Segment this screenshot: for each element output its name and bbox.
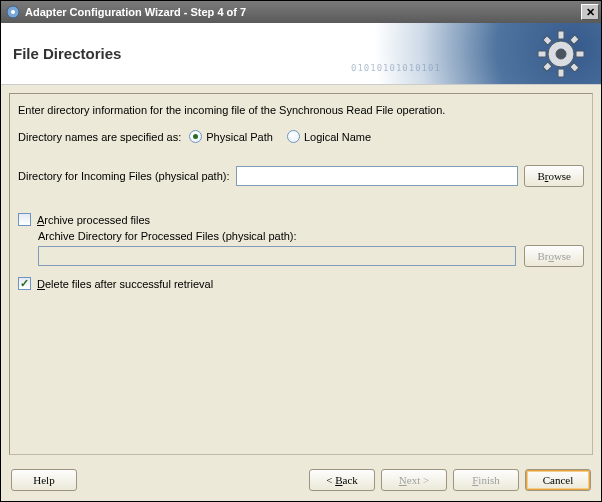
radio-physical-path[interactable] — [189, 130, 202, 143]
svg-point-1 — [11, 10, 15, 14]
svg-rect-4 — [558, 31, 564, 39]
cancel-button[interactable]: Cancel — [525, 469, 591, 491]
browse-archive-button: Browse — [524, 245, 584, 267]
help-button[interactable]: Help — [11, 469, 77, 491]
wizard-window: Adapter Configuration Wizard - Step 4 of… — [0, 0, 602, 502]
header-decoration: 01010101010101 — [321, 23, 601, 85]
svg-rect-9 — [570, 63, 579, 72]
wizard-header: 01010101010101 — [1, 23, 601, 85]
next-label: Next > — [399, 474, 429, 486]
back-label: < Back — [326, 474, 358, 486]
incoming-dir-input[interactable] — [236, 166, 519, 186]
archive-checkbox[interactable] — [18, 213, 31, 226]
close-button[interactable]: ✕ — [581, 4, 599, 20]
svg-rect-10 — [570, 35, 579, 44]
svg-rect-6 — [538, 51, 546, 57]
archive-dir-input — [38, 246, 516, 266]
finish-label: Finish — [472, 474, 500, 486]
archive-browse-label: Browse — [537, 250, 571, 262]
delete-label: Delete files after successful retrieval — [37, 278, 213, 290]
incoming-dir-label: Directory for Incoming Files (physical p… — [18, 170, 230, 182]
radio-logical-label: Logical Name — [304, 131, 371, 143]
dirnames-row: Directory names are specified as: Physic… — [18, 130, 584, 143]
instruction-text: Enter directory information for the inco… — [18, 104, 584, 116]
window-title: Adapter Configuration Wizard - Step 4 of… — [25, 6, 581, 18]
app-icon — [5, 4, 21, 20]
archive-dir-label: Archive Directory for Processed Files (p… — [38, 230, 584, 242]
titlebar: Adapter Configuration Wizard - Step 4 of… — [1, 1, 601, 23]
content-panel: Enter directory information for the inco… — [9, 93, 593, 455]
page-title: File Directories — [13, 45, 121, 62]
dirnames-radio-group: Physical Path Logical Name — [189, 130, 371, 143]
wizard-footer: Help < Back Next > Finish Cancel — [1, 463, 601, 501]
dirnames-label: Directory names are specified as: — [18, 131, 181, 143]
finish-button: Finish — [453, 469, 519, 491]
svg-rect-11 — [543, 62, 552, 71]
gear-icon — [536, 29, 586, 81]
archive-label: Archive processed files — [37, 214, 150, 226]
archive-sub-panel: Archive Directory for Processed Files (p… — [38, 230, 584, 267]
delete-check-row: Delete files after successful retrieval — [18, 277, 584, 290]
back-button[interactable]: < Back — [309, 469, 375, 491]
radio-logical-name-option[interactable]: Logical Name — [287, 130, 371, 143]
svg-rect-8 — [543, 36, 552, 45]
delete-checkbox[interactable] — [18, 277, 31, 290]
archive-check-row: Archive processed files — [18, 213, 584, 226]
radio-physical-label: Physical Path — [206, 131, 273, 143]
svg-rect-5 — [558, 69, 564, 77]
radio-physical-path-option[interactable]: Physical Path — [189, 130, 273, 143]
radio-logical-name[interactable] — [287, 130, 300, 143]
browse-incoming-button[interactable]: Browse — [524, 165, 584, 187]
next-button: Next > — [381, 469, 447, 491]
svg-point-3 — [556, 49, 566, 59]
incoming-dir-row: Directory for Incoming Files (physical p… — [18, 165, 584, 187]
svg-rect-7 — [576, 51, 584, 57]
browse-button-label: Browse — [537, 170, 571, 182]
